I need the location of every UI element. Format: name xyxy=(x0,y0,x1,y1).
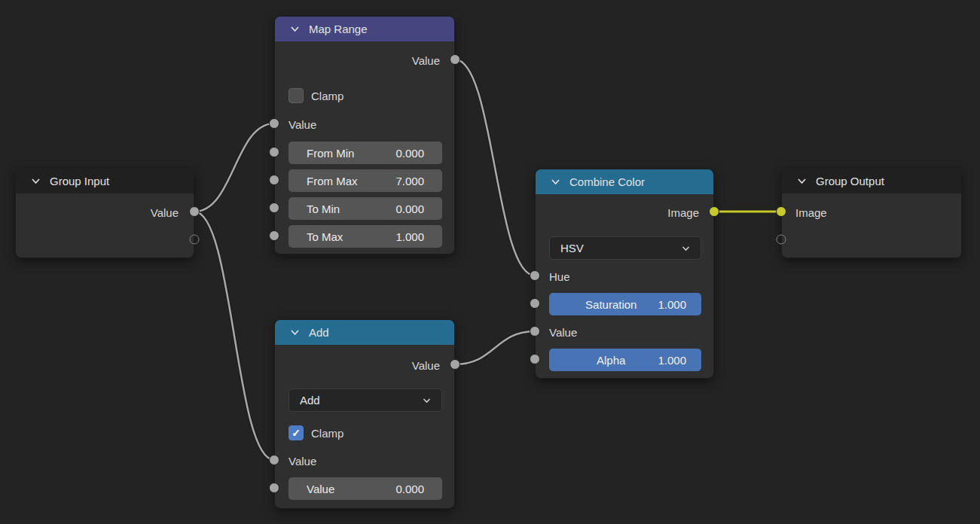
collapse-chevron-icon[interactable] xyxy=(290,26,300,32)
link-add-value xyxy=(455,331,535,364)
clamp-checkbox[interactable]: ✓ xyxy=(289,425,304,440)
dropdown-value: Add xyxy=(300,394,320,407)
node-header-map-range[interactable]: Map Range xyxy=(275,17,454,41)
clamp-label: Clamp xyxy=(311,427,343,440)
output-label-value: Value xyxy=(412,54,440,67)
slider-value: 1.000 xyxy=(658,298,686,311)
from-min-field[interactable]: From Min 0.000 xyxy=(289,142,442,164)
socket-group-input-value-out[interactable] xyxy=(189,206,200,217)
node-group-output[interactable]: Group Output Image xyxy=(781,167,962,258)
field-value: 0.000 xyxy=(395,203,424,215)
socket-combine-color-image-out[interactable] xyxy=(709,206,719,217)
input-label-value: Value xyxy=(289,455,316,468)
field-label: From Min xyxy=(307,147,354,160)
socket-map-range-from-max-in[interactable] xyxy=(269,175,279,185)
socket-map-range-value-in[interactable] xyxy=(269,118,279,129)
socket-map-range-from-min-in[interactable] xyxy=(269,147,279,157)
operation-dropdown[interactable]: Add xyxy=(289,388,442,412)
value-field[interactable]: Value 0.000 xyxy=(289,477,442,500)
node-group-input[interactable]: Group Input Value xyxy=(15,167,194,258)
link-groupinput-add xyxy=(194,212,274,460)
from-max-field[interactable]: From Max 7.000 xyxy=(289,169,442,192)
saturation-slider[interactable]: Saturation 1.000 xyxy=(549,293,701,315)
chevron-down-icon xyxy=(682,245,690,251)
input-label-value: Value xyxy=(549,326,577,339)
input-label-value: Value xyxy=(289,118,316,131)
field-value: 1.000 xyxy=(395,230,424,243)
node-title: Group Output xyxy=(816,175,884,187)
node-editor-canvas[interactable]: Group Input Value Map Range Value Clamp … xyxy=(0,0,980,524)
socket-combine-color-hue-in[interactable] xyxy=(530,270,540,281)
output-label-value: Value xyxy=(412,359,440,372)
link-groupinput-maprange xyxy=(194,123,274,212)
slider-value: 1.000 xyxy=(658,354,686,367)
socket-combine-color-alpha-in[interactable] xyxy=(530,354,540,364)
node-header-group-output[interactable]: Group Output xyxy=(782,168,961,193)
node-add[interactable]: Add Value Add ✓ Clamp Value Value 0.000 xyxy=(274,319,455,509)
collapse-chevron-icon[interactable] xyxy=(551,178,560,185)
to-min-field[interactable]: To Min 0.000 xyxy=(289,197,442,220)
field-label: Value xyxy=(307,483,334,495)
socket-group-output-virtual[interactable] xyxy=(777,235,786,245)
socket-map-range-value-out[interactable] xyxy=(450,54,460,65)
collapse-chevron-icon[interactable] xyxy=(31,178,41,184)
clamp-label: Clamp xyxy=(311,90,343,102)
dropdown-value: HSV xyxy=(560,242,584,254)
alpha-slider[interactable]: Alpha 1.000 xyxy=(549,349,701,371)
chevron-down-icon xyxy=(423,398,431,404)
input-label-image: Image xyxy=(795,206,827,219)
slider-label: Saturation xyxy=(564,298,658,311)
collapse-chevron-icon[interactable] xyxy=(797,178,807,184)
node-map-range[interactable]: Map Range Value Clamp Value From Min 0.0… xyxy=(274,16,455,254)
socket-map-range-to-min-in[interactable] xyxy=(269,203,279,213)
node-title: Add xyxy=(309,326,329,339)
input-label-hue: Hue xyxy=(549,270,570,283)
node-title: Map Range xyxy=(309,23,368,35)
node-header-add[interactable]: Add xyxy=(275,320,454,345)
field-label: To Min xyxy=(307,203,340,215)
socket-add-value-out[interactable] xyxy=(450,359,460,370)
node-combine-color[interactable]: Combine Color Image HSV Hue Saturation 1… xyxy=(535,169,714,379)
socket-combine-color-value-in[interactable] xyxy=(530,326,540,337)
node-title: Combine Color xyxy=(569,175,645,188)
to-max-field[interactable]: To Max 1.000 xyxy=(289,225,442,248)
socket-add-value2-in[interactable] xyxy=(269,483,279,493)
field-label: To Max xyxy=(307,230,343,243)
node-header-group-input[interactable]: Group Input xyxy=(16,168,194,193)
node-title: Group Input xyxy=(50,175,109,187)
clamp-checkbox[interactable] xyxy=(289,88,304,103)
socket-combine-color-saturation-in[interactable] xyxy=(530,298,540,309)
field-value: 7.000 xyxy=(395,175,424,187)
color-mode-dropdown[interactable]: HSV xyxy=(549,236,701,260)
collapse-chevron-icon[interactable] xyxy=(290,329,300,336)
socket-add-value-in[interactable] xyxy=(269,455,279,465)
slider-label: Alpha xyxy=(564,354,658,367)
socket-map-range-to-max-in[interactable] xyxy=(269,230,279,241)
link-maprange-hue xyxy=(455,59,535,276)
node-header-combine-color[interactable]: Combine Color xyxy=(536,169,713,194)
field-label: From Max xyxy=(307,175,358,187)
field-value: 0.000 xyxy=(395,147,424,160)
output-label-value: Value xyxy=(151,206,179,219)
socket-group-output-image-in[interactable] xyxy=(776,206,786,217)
socket-group-input-virtual[interactable] xyxy=(190,235,200,245)
node-links xyxy=(0,0,980,524)
output-label-image: Image xyxy=(667,206,699,219)
field-value: 0.000 xyxy=(395,483,424,495)
